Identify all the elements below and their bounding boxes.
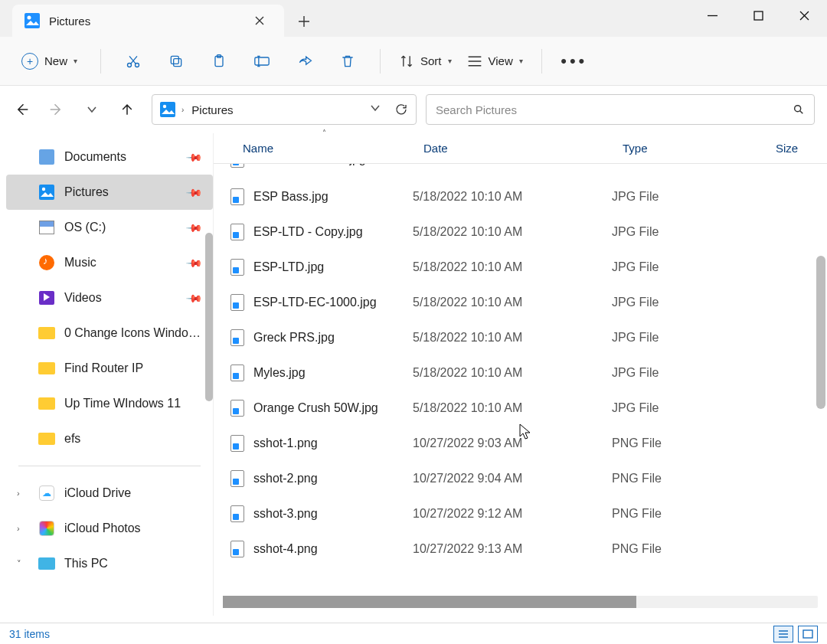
sort-button[interactable]: Sort ▾ bbox=[394, 54, 456, 69]
back-button[interactable] bbox=[12, 100, 31, 119]
column-name[interactable]: Name bbox=[214, 142, 413, 155]
maximize-button[interactable] bbox=[735, 0, 781, 31]
sidebar-item-label: This PC bbox=[64, 557, 108, 570]
sidebar-item[interactable]: ˅This PC bbox=[6, 546, 213, 581]
sidebar: Documents📌Pictures📌OS (C:)📌Music📌Videos📌… bbox=[0, 133, 213, 616]
file-type: JPG File bbox=[612, 260, 765, 274]
new-label: New bbox=[44, 54, 67, 67]
toolbar: + New ▾ Sort ▾ View ▾ ••• bbox=[0, 37, 827, 86]
close-window-button[interactable] bbox=[781, 0, 827, 31]
folder-icon bbox=[38, 395, 55, 412]
sidebar-item[interactable]: Up Time WIndows 11 bbox=[6, 386, 213, 421]
sidebar-item-label: efs bbox=[64, 432, 80, 446]
address-bar[interactable]: › Pictures bbox=[152, 94, 417, 125]
sidebar-item[interactable]: Music📌 bbox=[6, 245, 213, 280]
share-button[interactable] bbox=[286, 46, 323, 77]
file-row[interactable]: Greck PRS.jpg5/18/2022 10:10 AMJPG File bbox=[214, 320, 827, 355]
sidebar-item-label: Videos bbox=[64, 291, 102, 305]
horizontal-scrollbar[interactable] bbox=[223, 596, 818, 608]
breadcrumb-item[interactable]: Pictures bbox=[191, 103, 233, 116]
view-label: View bbox=[489, 54, 513, 67]
file-row[interactable]: sshot-3.png10/27/2022 9:12 AMPNG File bbox=[214, 496, 827, 531]
file-icon bbox=[230, 470, 244, 487]
column-type[interactable]: Type bbox=[612, 142, 765, 155]
file-icon bbox=[230, 329, 244, 346]
cut-button[interactable] bbox=[115, 46, 152, 77]
file-date: 10/27/2022 9:13 AM bbox=[413, 542, 612, 556]
file-type: JPG File bbox=[612, 401, 765, 415]
chevron-right-icon: › bbox=[181, 106, 184, 114]
file-date: 5/18/2022 10:10 AM bbox=[413, 164, 612, 166]
sidebar-item[interactable]: Videos📌 bbox=[6, 280, 213, 315]
file-name: ESP-LTD-EC-1000.jpg bbox=[253, 296, 377, 309]
file-row[interactable]: ESP Bass.jpg5/18/2022 10:10 AMJPG File bbox=[214, 179, 827, 214]
address-dropdown-button[interactable] bbox=[370, 103, 381, 116]
pin-icon: 📌 bbox=[185, 148, 203, 165]
file-name: ESP-LTD.jpg bbox=[253, 260, 324, 274]
thumbnails-view-toggle[interactable] bbox=[798, 626, 818, 642]
vertical-scrollbar[interactable] bbox=[816, 256, 825, 409]
recent-locations-button[interactable] bbox=[83, 100, 101, 119]
navigation-row: › Pictures Search Pictures bbox=[0, 86, 827, 133]
svg-point-10 bbox=[795, 106, 801, 112]
pictures-icon bbox=[25, 13, 40, 28]
os-icon bbox=[38, 219, 55, 236]
sidebar-item[interactable]: Find Router IP bbox=[6, 351, 213, 386]
details-view-toggle[interactable] bbox=[773, 626, 793, 642]
file-name: Collection Grows.jpg bbox=[253, 164, 366, 166]
view-lines-icon bbox=[467, 55, 482, 67]
paste-button[interactable] bbox=[201, 46, 237, 77]
search-input[interactable]: Search Pictures bbox=[426, 94, 815, 125]
view-button[interactable]: View ▾ bbox=[463, 54, 528, 67]
file-date: 5/18/2022 10:10 AM bbox=[413, 260, 612, 274]
file-row[interactable]: Myles.jpg5/18/2022 10:10 AMJPG File bbox=[214, 355, 827, 391]
file-row[interactable]: ESP-LTD.jpg5/18/2022 10:10 AMJPG File bbox=[214, 250, 827, 285]
file-date: 5/18/2022 10:10 AM bbox=[413, 331, 612, 345]
file-type: JPG File bbox=[612, 331, 765, 345]
folder-icon bbox=[38, 325, 55, 342]
file-row[interactable]: sshot-4.png10/27/2022 9:13 AMPNG File bbox=[214, 531, 827, 567]
forward-button[interactable] bbox=[47, 100, 66, 119]
file-name: sshot-1.png bbox=[253, 436, 318, 450]
separator bbox=[541, 49, 542, 74]
delete-button[interactable] bbox=[329, 46, 366, 77]
more-button[interactable]: ••• bbox=[556, 51, 593, 71]
file-row[interactable]: Collection Grows.jpg5/18/2022 10:10 AMJP… bbox=[214, 164, 827, 179]
sidebar-item[interactable]: Documents📌 bbox=[6, 139, 213, 175]
divider bbox=[18, 466, 201, 466]
tab-pictures[interactable]: Pictures bbox=[12, 5, 284, 37]
svg-rect-1 bbox=[754, 11, 763, 20]
file-row[interactable]: ESP-LTD-EC-1000.jpg5/18/2022 10:10 AMJPG… bbox=[214, 285, 827, 320]
file-icon bbox=[230, 541, 244, 557]
file-row[interactable]: sshot-1.png10/27/2022 9:03 AMPNG File bbox=[214, 426, 827, 461]
chevron-right-icon: › bbox=[17, 524, 20, 533]
file-date: 5/18/2022 10:10 AM bbox=[413, 225, 612, 239]
file-date: 5/18/2022 10:10 AM bbox=[413, 190, 612, 204]
sidebar-item[interactable]: 0 Change Icons Windows bbox=[6, 315, 213, 351]
file-row[interactable]: ESP-LTD - Copy.jpg5/18/2022 10:10 AMJPG … bbox=[214, 214, 827, 250]
copy-button[interactable] bbox=[158, 46, 194, 77]
file-name: sshot-4.png bbox=[253, 542, 318, 556]
titlebar: Pictures bbox=[0, 0, 827, 37]
sidebar-item[interactable]: efs bbox=[6, 421, 213, 456]
new-tab-button[interactable] bbox=[287, 6, 321, 37]
up-button[interactable] bbox=[118, 100, 136, 119]
minimize-button[interactable] bbox=[689, 0, 735, 31]
column-date[interactable]: Date bbox=[413, 142, 612, 155]
sidebar-item[interactable]: ›iCloud Photos bbox=[6, 511, 213, 546]
rename-button[interactable] bbox=[244, 46, 280, 77]
tab-close-button[interactable] bbox=[247, 8, 272, 33]
sidebar-item[interactable]: Pictures📌 bbox=[6, 175, 213, 210]
file-type: PNG File bbox=[612, 542, 765, 556]
refresh-button[interactable] bbox=[394, 103, 408, 116]
column-size[interactable]: Size bbox=[765, 142, 827, 155]
music-icon bbox=[38, 254, 55, 271]
svg-point-0 bbox=[28, 16, 31, 20]
file-row[interactable]: Orange Crush 50W.jpg5/18/2022 10:10 AMJP… bbox=[214, 391, 827, 426]
sidebar-item[interactable]: ›☁iCloud Drive bbox=[6, 476, 213, 511]
separator bbox=[100, 49, 101, 74]
file-row[interactable]: sshot-2.png10/27/2022 9:04 AMPNG File bbox=[214, 461, 827, 496]
sidebar-item[interactable]: OS (C:)📌 bbox=[6, 210, 213, 245]
new-button[interactable]: + New ▾ bbox=[12, 48, 87, 74]
svg-rect-8 bbox=[255, 57, 269, 65]
